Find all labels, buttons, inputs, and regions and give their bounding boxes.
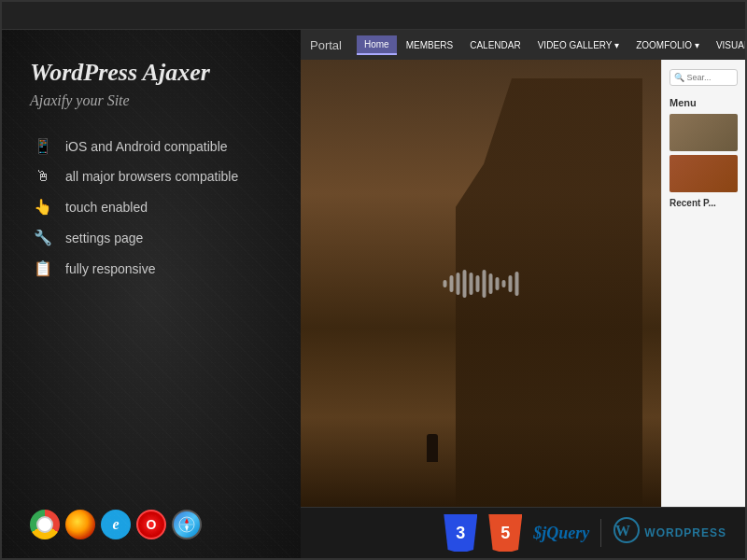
recent-posts-title: Recent P... — [669, 198, 738, 208]
feature-settings: 🔧 settings page — [30, 229, 277, 246]
bar-3 — [457, 273, 460, 295]
bar-11 — [509, 275, 513, 292]
chrome-icon — [30, 510, 60, 539]
wp-body: Menu Recent P... — [301, 60, 745, 507]
app-wrapper: WordPress Ajaxer Ajaxify your Site 📱 iOS… — [0, 0, 747, 560]
jquery-badge-group: $ jQuery — [533, 524, 589, 543]
mouse-icon: 🖱 — [30, 168, 56, 185]
person-silhouette — [427, 434, 438, 462]
nav-home[interactable]: Home — [357, 35, 397, 55]
main-area: WordPress Ajaxer Ajaxify your Site 📱 iOS… — [2, 30, 745, 558]
bar-10 — [502, 280, 506, 287]
wp-site-title: Portal — [310, 38, 342, 52]
feature-responsive: 📋 fully responsive — [30, 259, 277, 277]
css3-badge: 3 — [444, 514, 477, 552]
wp-site: Portal Home MEMBERS CALENDAR VIDEO GALLE… — [301, 30, 745, 507]
wrench-icon: 🔧 — [30, 229, 56, 246]
wordpress-w-icon: W — [613, 516, 641, 550]
nav-video-gallery-label: VIDEO GALLERY ▾ — [538, 40, 619, 50]
wordpress-label: WordPress — [644, 526, 726, 539]
wp-content — [301, 60, 661, 507]
css3-label: 3 — [456, 524, 465, 543]
audio-bars — [444, 270, 519, 298]
svg-text:W: W — [615, 523, 630, 539]
html5-label: 5 — [500, 524, 510, 543]
feature-settings-text: settings page — [65, 231, 143, 245]
wp-header: Portal Home MEMBERS CALENDAR VIDEO GALLE… — [301, 30, 745, 60]
jquery-label: jQuery — [542, 524, 589, 543]
feature-touch: 👆 touch enabled — [30, 198, 277, 216]
svg-marker-3 — [185, 518, 189, 524]
menu-title: Menu — [669, 97, 738, 108]
feature-responsive-text: fully responsive — [65, 261, 156, 276]
hero-image — [301, 60, 661, 507]
bar-6 — [476, 275, 480, 292]
plugin-title: WordPress Ajaxer — [30, 58, 277, 87]
firefox-icon — [65, 510, 95, 539]
feature-ios: 📱 iOS and Android compatible — [30, 137, 277, 155]
ie-icon: e — [101, 510, 131, 539]
bar-2 — [450, 275, 454, 292]
sidebar-thumb-1 — [669, 114, 738, 151]
bar-4 — [463, 270, 467, 298]
nav-visual-composer[interactable]: VISUAL COMPOSER 1 — [709, 36, 745, 54]
nav-zoomfolio-label: ZOOMFOLIO ▾ — [636, 40, 699, 50]
html5-badge: 5 — [488, 514, 522, 552]
mobile-icon: 📱 — [30, 137, 56, 155]
sidebar-thumb-2 — [669, 155, 738, 192]
jquery-dollar-sign: $ — [533, 524, 542, 543]
wp-nav: Home MEMBERS CALENDAR VIDEO GALLERY ▾ ZO — [357, 35, 745, 55]
left-panel: WordPress Ajaxer Ajaxify your Site 📱 iOS… — [2, 30, 301, 558]
bar-7 — [483, 270, 486, 298]
wp-sidebar: Menu Recent P... — [661, 60, 745, 507]
right-panel: Portal Home MEMBERS CALENDAR VIDEO GALLE… — [301, 30, 745, 558]
bar-1 — [444, 280, 447, 287]
bar-8 — [489, 273, 493, 294]
tech-divider — [600, 519, 601, 547]
safari-icon — [172, 510, 202, 539]
opera-label: O — [147, 517, 157, 532]
bar-5 — [470, 273, 473, 295]
tech-bar: 3 5 $ jQuery — [301, 507, 745, 558]
bar-12 — [515, 272, 519, 296]
ie-label: e — [112, 516, 119, 533]
features-list: 📱 iOS and Android compatible 🖱 all major… — [30, 137, 277, 491]
nav-home-label: Home — [364, 39, 389, 49]
nav-video-gallery[interactable]: VIDEO GALLERY ▾ — [530, 36, 627, 54]
nav-members-label: MEMBERS — [406, 40, 454, 50]
opera-icon: O — [136, 510, 166, 539]
browser-icons: e O — [30, 510, 277, 539]
svg-marker-4 — [185, 525, 189, 531]
top-bar — [2, 2, 745, 30]
nav-visual-composer-label: VISUAL COMPOSER 1 — [716, 40, 745, 50]
nav-calendar-label: CALENDAR — [470, 40, 520, 50]
feature-browsers: 🖱 all major browsers compatible — [30, 168, 277, 185]
nav-members[interactable]: MEMBERS — [399, 36, 461, 54]
doc-icon: 📋 — [30, 259, 56, 277]
plugin-subtitle: Ajaxify your Site — [30, 92, 277, 109]
css3-badge-group: 3 — [444, 514, 477, 552]
touch-icon: 👆 — [30, 198, 56, 216]
bar-9 — [496, 277, 500, 290]
nav-zoomfolio[interactable]: ZOOMFOLIO ▾ — [628, 36, 707, 54]
html5-badge-group: 5 — [488, 514, 522, 552]
feature-touch-text: touch enabled — [65, 200, 148, 215]
search-input[interactable] — [669, 69, 738, 86]
feature-browsers-text: all major browsers compatible — [65, 169, 238, 184]
feature-ios-text: iOS and Android compatible — [65, 139, 228, 154]
wordpress-badge-group: W WordPress — [613, 516, 726, 550]
nav-calendar[interactable]: CALENDAR — [462, 36, 528, 54]
